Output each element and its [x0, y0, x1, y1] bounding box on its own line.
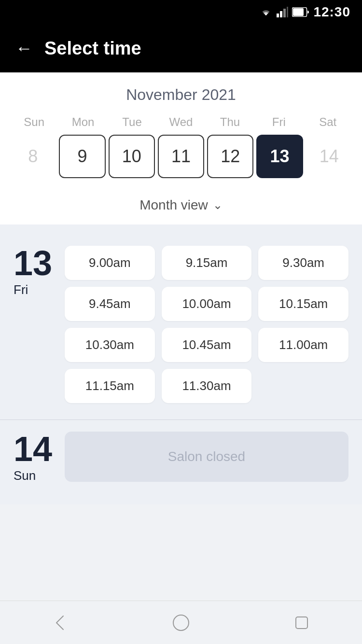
slot-1130am[interactable]: 11.30am [162, 369, 252, 403]
slot-900am[interactable]: 9.00am [65, 246, 155, 280]
status-icons: 12:30 [259, 4, 350, 20]
time-slots-13: 9.00am 9.15am 9.30am 9.45am 10.00am 10.1… [65, 246, 348, 403]
day-13-label: 13 Fri [14, 246, 57, 297]
slot-930am[interactable]: 9.30am [258, 246, 348, 280]
day-section-14: 14 Sun Salon closed [0, 420, 362, 495]
month-view-label: Month view [139, 197, 208, 213]
svg-rect-1 [280, 11, 282, 17]
nav-home-button[interactable] [170, 612, 192, 633]
svg-rect-3 [287, 7, 288, 17]
slot-1100am[interactable]: 11.00am [258, 328, 348, 362]
days-row: 8 9 10 11 12 13 14 [10, 135, 352, 190]
weekday-sun: Sun [10, 115, 58, 129]
day-13[interactable]: 13 [256, 135, 303, 178]
day-13-content: 13 Fri 9.00am 9.15am 9.30am 9.45am 10.00… [14, 246, 348, 403]
weekday-wed: Wed [156, 115, 205, 129]
day-section-13: 13 Fri 9.00am 9.15am 9.30am 9.45am 10.00… [0, 234, 362, 415]
header: ← Select time [0, 24, 362, 72]
day-9[interactable]: 9 [59, 135, 105, 178]
weekday-mon: Mon [58, 115, 107, 129]
svg-rect-5 [293, 8, 304, 16]
weekday-fri: Fri [254, 115, 303, 129]
svg-rect-7 [296, 617, 307, 629]
weekday-thu: Thu [206, 115, 254, 129]
calendar-section: November 2021 Sun Mon Tue Wed Thu Fri Sa… [0, 72, 362, 224]
wifi-icon [259, 7, 273, 17]
slot-1045am[interactable]: 10.45am [162, 328, 252, 362]
salon-closed-label: Salon closed [65, 432, 348, 482]
day-11[interactable]: 11 [158, 135, 204, 178]
status-bar: 12:30 [0, 0, 362, 24]
month-title: November 2021 [10, 86, 352, 104]
svg-rect-2 [283, 9, 286, 17]
weekday-sat: Sat [304, 115, 352, 129]
status-time: 12:30 [313, 4, 350, 20]
svg-point-6 [173, 615, 189, 630]
day-10[interactable]: 10 [109, 135, 155, 178]
day-13-name: Fri [14, 282, 57, 297]
day-14-name: Sun [14, 468, 57, 483]
page-title: Select time [44, 38, 141, 59]
weekday-tue: Tue [108, 115, 156, 129]
slot-1030am[interactable]: 10.30am [65, 328, 155, 362]
month-view-toggle[interactable]: Month view ⌄ [10, 190, 352, 224]
svg-rect-0 [277, 14, 279, 17]
slot-1115am[interactable]: 11.15am [65, 369, 155, 403]
day-14-num: 14 [14, 432, 57, 466]
weekdays-row: Sun Mon Tue Wed Thu Fri Sat [10, 115, 352, 129]
slot-945am[interactable]: 9.45am [65, 287, 155, 321]
slot-1015am[interactable]: 10.15am [258, 287, 348, 321]
nav-back-button[interactable] [50, 612, 71, 633]
battery-icon [292, 7, 309, 17]
signal-icon [277, 7, 288, 17]
slot-1000am[interactable]: 10.00am [162, 287, 252, 321]
day-14-label: 14 Sun [14, 432, 57, 483]
day-8[interactable]: 8 [10, 135, 56, 178]
day-12[interactable]: 12 [207, 135, 253, 178]
chevron-down-icon: ⌄ [213, 198, 223, 212]
slot-915am[interactable]: 9.15am [162, 246, 252, 280]
back-button[interactable]: ← [15, 40, 33, 57]
day-14-content: 14 Sun Salon closed [14, 432, 348, 483]
nav-recent-button[interactable] [291, 612, 312, 633]
day-13-num: 13 [14, 246, 57, 280]
day-14[interactable]: 14 [306, 135, 352, 178]
schedule-section: 13 Fri 9.00am 9.15am 9.30am 9.45am 10.00… [0, 224, 362, 504]
nav-bar [0, 601, 362, 644]
